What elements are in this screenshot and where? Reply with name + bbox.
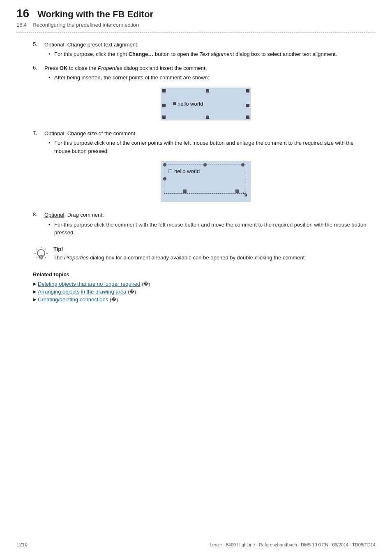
step-8-content: Optional: Drag comment. • For this purpo… <box>44 211 367 238</box>
step-5-text: Optional: Change preset text alignment. <box>44 42 138 48</box>
step-8-bullets: • For this purpose click the comment wit… <box>44 221 367 237</box>
step-8-optional[interactable]: Optional <box>44 212 64 218</box>
handle-br <box>235 190 239 193</box>
chapter-number: 16 <box>16 7 29 20</box>
related-arrow-2: ▶ <box>33 289 36 294</box>
footer-text: Lenze · 8400 HighLine · Referenzhandbuch… <box>210 542 376 547</box>
step-5: 5. Optional: Change preset text alignmen… <box>33 41 367 59</box>
figure-2-text: ☐ hello world <box>168 168 200 174</box>
handle-bm <box>183 190 187 193</box>
cursor-arrow: ↘ <box>242 190 248 199</box>
step-5-number: 5. <box>33 41 44 47</box>
figure-2: ☐ hello world ↘ <box>161 161 251 202</box>
svg-line-8 <box>45 249 46 250</box>
svg-line-9 <box>37 257 37 258</box>
corner-sq-ml <box>162 104 166 107</box>
tip-box: Tip! The Properties dialog box for a com… <box>33 246 367 262</box>
step-5-bullet-1: • For this purpose, click the right Chan… <box>44 50 367 58</box>
corner-sq-tr <box>246 89 249 92</box>
step-8-bullet-1: • For this purpose click the comment wit… <box>44 221 367 237</box>
step-7-content: Optional: Change size of the comment. • … <box>44 130 367 206</box>
step-6-content: Press OK to close the Properties dialog … <box>44 64 367 125</box>
step-7-number: 7. <box>33 130 44 136</box>
figure-1-text: hello world <box>173 101 203 107</box>
corner-sq-tl <box>162 89 166 92</box>
step-6-bullet-1: • After being inserted, the corner point… <box>44 74 367 82</box>
related-item-1: ▶ Deleting objects that are no longer re… <box>33 281 367 287</box>
divider <box>16 32 376 32</box>
figure-2-container: ☐ hello world ↘ <box>44 161 367 202</box>
text-icon-2: ☐ <box>168 169 173 174</box>
tip-icon <box>33 246 49 261</box>
related-topics-list: ▶ Deleting objects that are no longer re… <box>33 281 367 303</box>
step-8-text: Optional: Drag comment. <box>44 212 104 218</box>
step-6-number: 6. <box>33 64 44 71</box>
section-header: 16.4 Reconfiguring the predefined interc… <box>16 21 376 28</box>
figure-1-container: hello world <box>44 88 367 120</box>
corner-sq-tm <box>206 89 209 92</box>
related-item-2: ▶ Arranging objects in the drawing area … <box>33 289 367 295</box>
step-6: 6. Press OK to close the Properties dial… <box>33 64 367 125</box>
tip-text: The Properties dialog box for a comment … <box>53 254 367 262</box>
step-8: 8. Optional: Drag comment. • For this pu… <box>33 211 367 238</box>
step-8-number: 8. <box>33 211 44 217</box>
svg-line-6 <box>37 249 37 250</box>
tip-label: Tip! <box>53 246 367 252</box>
related-link-1[interactable]: Deleting objects that are no longer requ… <box>38 281 140 287</box>
bullet-dot: • <box>48 139 54 147</box>
corner-sq-bl <box>162 116 166 119</box>
related-arrow-3: ▶ <box>33 297 36 302</box>
section-number: 16.4 <box>16 22 27 28</box>
related-arrow-1: ▶ <box>33 281 36 287</box>
text-icon <box>173 102 176 105</box>
corner-sq-mr <box>246 104 249 107</box>
main-content: 5. Optional: Change preset text alignmen… <box>0 37 392 317</box>
figure-1: hello world <box>161 88 251 120</box>
section-title: Reconfiguring the predefined interconnec… <box>32 22 139 28</box>
bullet-dot: • <box>48 50 54 58</box>
step-list: 5. Optional: Change preset text alignmen… <box>33 41 367 238</box>
step-7-bullet-1-text: For this purpose click one of the corner… <box>54 139 367 155</box>
corner-sq-br <box>246 116 249 119</box>
bullet-dot: • <box>48 221 54 229</box>
related-ref-3: (�) <box>110 297 118 303</box>
chapter-header: 16 Working with the FB Editor <box>16 7 376 20</box>
related-link-2[interactable]: Arranging objects in the drawing area <box>38 289 126 295</box>
step-5-optional[interactable]: Optional <box>44 42 64 48</box>
step-7-text: Optional: Change size of the comment. <box>44 130 137 136</box>
step-7: 7. Optional: Change size of the comment.… <box>33 130 367 206</box>
corner-sq-bm <box>206 116 209 119</box>
page: 16 Working with the FB Editor 16.4 Recon… <box>0 0 392 555</box>
related-item-3: ▶ Creating/deleting connections (�) <box>33 296 367 303</box>
step-8-bullet-1-text: For this purpose click the comment with … <box>54 221 367 237</box>
step-7-bullets: • For this purpose click one of the corn… <box>44 139 367 155</box>
step-6-text: Press OK to close the Properties dialog … <box>44 65 207 71</box>
step-5-bullets: • For this purpose, click the right Chan… <box>44 50 367 58</box>
bullet-dot: • <box>48 74 54 82</box>
tip-svg <box>33 246 49 261</box>
related-topics-title: Related topics <box>33 271 367 278</box>
step-7-bullet-1: • For this purpose click one of the corn… <box>44 139 367 155</box>
related-ref-1: (�) <box>142 281 150 287</box>
related-topics: Related topics ▶ Deleting objects that a… <box>33 271 367 303</box>
svg-line-7 <box>45 257 46 258</box>
page-footer: 1210 Lenze · 8400 HighLine · Referenzhan… <box>16 542 376 548</box>
related-link-3[interactable]: Creating/deleting connections <box>38 296 108 303</box>
tip-content: Tip! The Properties dialog box for a com… <box>53 246 367 262</box>
page-header: 16 Working with the FB Editor 16.4 Recon… <box>0 0 392 28</box>
step-5-bullet-1-text: For this purpose, click the right Change… <box>54 50 337 58</box>
step-6-bullet-1-text: After being inserted, the corner points … <box>54 74 209 82</box>
step-7-optional[interactable]: Optional <box>44 130 64 136</box>
related-ref-2: (�) <box>128 289 136 295</box>
chapter-title: Working with the FB Editor <box>37 9 153 19</box>
step-5-content: Optional: Change preset text alignment. … <box>44 41 367 59</box>
step-6-bullets: • After being inserted, the corner point… <box>44 74 367 82</box>
page-number: 1210 <box>16 542 28 548</box>
